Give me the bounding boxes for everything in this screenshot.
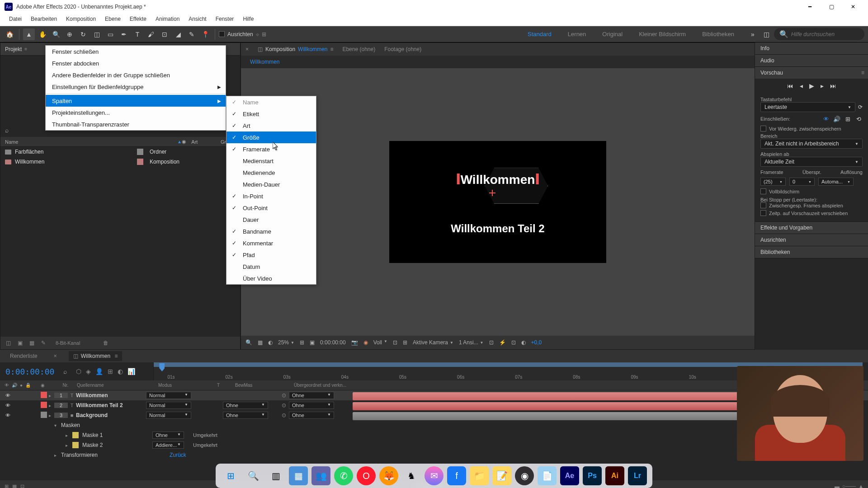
- col-nr[interactable]: Nr.: [54, 383, 77, 388]
- move-time-checkbox[interactable]: [760, 210, 766, 216]
- menu-datei[interactable]: Datei: [5, 14, 26, 26]
- framerate-input[interactable]: (25)▼: [760, 178, 786, 186]
- text-layer-2[interactable]: Willkommen Teil 2: [451, 222, 544, 235]
- settings-icon[interactable]: ✎: [39, 339, 47, 347]
- zoom-dropdown[interactable]: 25% ▼: [278, 339, 294, 346]
- ctx-column-item[interactable]: Medienstart: [226, 155, 316, 167]
- preview-panel[interactable]: Vorschau: [760, 70, 783, 76]
- motion-blur-icon[interactable]: ◐: [118, 368, 123, 375]
- draft-3d-icon[interactable]: ◈: [86, 368, 91, 375]
- ctx-column-item[interactable]: ✓Größe: [226, 131, 316, 143]
- toggle-in-out-icon[interactable]: ⊡: [20, 483, 24, 488]
- timeline-comp-tab[interactable]: ◫Willkommen ≡: [69, 351, 123, 361]
- playfrom-dropdown[interactable]: Aktuelle Zeit▼: [760, 157, 863, 167]
- whatsapp-icon[interactable]: ✆: [334, 466, 353, 485]
- project-item[interactable]: FarbflächenOrdner: [0, 147, 240, 157]
- teams-icon[interactable]: 👥: [311, 466, 330, 485]
- mask-mode-dropdown[interactable]: Ohne▼: [152, 432, 184, 439]
- ctx-column-item[interactable]: ✓Name: [226, 96, 316, 108]
- selection-tool[interactable]: ▲: [23, 28, 35, 40]
- ctx-column-item[interactable]: ✓Pfad: [226, 249, 316, 261]
- overlay-include-icon[interactable]: ⊞: [844, 115, 852, 123]
- explorer-icon[interactable]: ▦: [289, 466, 308, 485]
- photoshop-icon[interactable]: Ps: [583, 466, 602, 485]
- snap-icon[interactable]: ⟐: [256, 31, 259, 38]
- snap-checkbox[interactable]: [219, 31, 225, 37]
- menu-ebene[interactable]: Ebene: [100, 14, 125, 26]
- workspace-original[interactable]: Original: [599, 29, 626, 39]
- first-frame-icon[interactable]: ⏮: [787, 82, 793, 89]
- trash-icon[interactable]: 🗑: [102, 339, 110, 347]
- label-col-icon[interactable]: ◉: [41, 383, 45, 388]
- ctx-item[interactable]: Thumbnail-Transparenzraster: [46, 118, 226, 130]
- ruler-tick[interactable]: 04s: [341, 375, 399, 380]
- ctx-column-item[interactable]: ✓Kommentar: [226, 237, 316, 249]
- comp-close-icon[interactable]: ×: [245, 46, 249, 52]
- mode-dropdown[interactable]: Normal▼: [146, 402, 191, 409]
- ruler-tick[interactable]: 05s: [399, 375, 457, 380]
- exposure-icon[interactable]: ◐: [521, 339, 526, 346]
- panel-menu-icon[interactable]: ≡: [24, 47, 27, 52]
- channel-icon[interactable]: ◉: [363, 339, 368, 346]
- brush-tool[interactable]: 🖌: [145, 28, 157, 40]
- timeline-icon[interactable]: ⊡: [511, 339, 516, 346]
- col-t[interactable]: T: [217, 383, 235, 388]
- play-icon[interactable]: ▶: [809, 82, 814, 89]
- graph-editor-icon[interactable]: 📊: [127, 368, 135, 375]
- audio-include-icon[interactable]: 🔊: [833, 115, 841, 123]
- snap-options-icon[interactable]: ⊞: [262, 31, 266, 38]
- hand-tool[interactable]: ✋: [37, 28, 48, 40]
- skip-input[interactable]: 0▼: [789, 178, 815, 186]
- menu-komposition[interactable]: Komposition: [61, 14, 100, 26]
- ruler-tick[interactable]: 03s: [283, 375, 341, 380]
- workspace-lernen[interactable]: Lernen: [564, 29, 590, 39]
- layer-tab[interactable]: Ebene (ohne): [342, 46, 375, 52]
- fullscreen-checkbox[interactable]: [760, 188, 766, 194]
- ctx-column-item[interactable]: ✓Etikett: [226, 108, 316, 120]
- search-taskbar-icon[interactable]: 🔍: [244, 466, 263, 485]
- workspace-kleiner bildschirm[interactable]: Kleiner Bildschirm: [635, 29, 689, 39]
- cached-frames-checkbox[interactable]: [760, 202, 766, 208]
- text-layer-1[interactable]: Willkommen: [461, 173, 535, 187]
- project-tab[interactable]: Projekt: [5, 46, 22, 52]
- pixel-aspect-icon[interactable]: ⊡: [489, 339, 494, 346]
- bit-depth[interactable]: 8-Bit-Kanal: [56, 340, 80, 346]
- camera-tool[interactable]: ◫: [91, 28, 103, 40]
- ctx-column-item[interactable]: ✓In-Point: [226, 190, 316, 202]
- cache-checkbox[interactable]: [760, 126, 766, 131]
- shape-tool[interactable]: ▭: [104, 28, 116, 40]
- magnification-icon[interactable]: 🔍: [245, 339, 252, 346]
- workspace-standard[interactable]: Standard: [524, 29, 555, 39]
- video-include-icon[interactable]: 👁: [822, 115, 830, 123]
- lightroom-icon[interactable]: Lr: [628, 466, 647, 485]
- timeline-timecode[interactable]: 0:00:00:00: [5, 367, 54, 376]
- ctx-item[interactable]: Fenster schließen: [46, 46, 226, 57]
- range-dropdown[interactable]: Akt. Zeit nicht in Arbeitsbereich▼: [760, 139, 863, 149]
- zoom-in-icon[interactable]: ▲: [859, 483, 863, 488]
- shy-icon[interactable]: 👤: [95, 368, 103, 375]
- toggle-modes-icon[interactable]: ▦: [12, 483, 17, 488]
- ctx-column-item[interactable]: ✓Framerate: [226, 143, 316, 155]
- expand-icon[interactable]: ▸: [45, 413, 54, 418]
- lock-col-icon[interactable]: 🔒: [25, 383, 31, 388]
- maximize-button[interactable]: ▢: [821, 0, 842, 14]
- workspace-bibliotheken[interactable]: Bibliotheken: [698, 29, 738, 39]
- orbit-tool[interactable]: ⊕: [64, 28, 75, 40]
- menu-bearbeiten[interactable]: Bearbeiten: [26, 14, 61, 26]
- views-dropdown[interactable]: 1 Ansi...▼: [459, 339, 484, 346]
- ctx-column-item[interactable]: Medien-Dauer: [226, 178, 316, 190]
- collapse-icon[interactable]: ▾: [54, 423, 57, 428]
- minimize-button[interactable]: ━: [799, 0, 820, 14]
- files-icon[interactable]: 📁: [470, 466, 489, 485]
- ctx-column-item[interactable]: Medienende: [226, 167, 316, 178]
- matte-dropdown[interactable]: Ohne▼: [223, 412, 268, 419]
- anchor-point-icon[interactable]: [489, 190, 495, 196]
- col-label-icon[interactable]: ◉: [182, 139, 192, 145]
- zoom-tool[interactable]: 🔍: [50, 28, 62, 40]
- opera-icon[interactable]: O: [357, 466, 376, 485]
- firefox-icon[interactable]: 🦊: [379, 466, 398, 485]
- puppet-tool[interactable]: 📍: [199, 28, 211, 40]
- after-effects-icon[interactable]: Ae: [560, 466, 579, 485]
- ctx-column-item[interactable]: Dauer: [226, 214, 316, 225]
- render-queue-tab[interactable]: Renderliste: [5, 351, 42, 361]
